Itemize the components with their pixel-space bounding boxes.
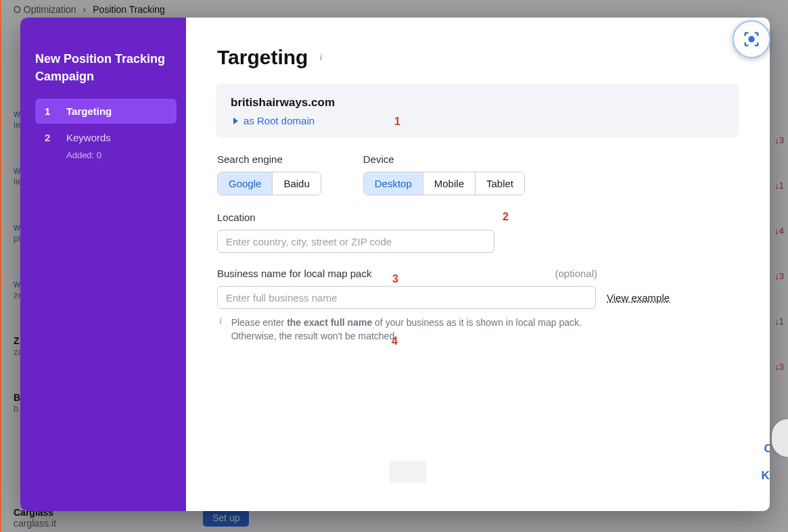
- list-item: w: [14, 165, 20, 176]
- metric: ↓1: [774, 316, 784, 327]
- domain-name: britishairways.com: [231, 96, 724, 110]
- hint-bold: the exact full name: [287, 317, 372, 328]
- device-options: Desktop Mobile Tablet: [363, 172, 525, 195]
- continue-button[interactable]: Continue To Keywords: [758, 442, 770, 483]
- metric: ↓3: [774, 271, 784, 281]
- list-item: w: [14, 222, 20, 233]
- business-hint: i Please enter the exact full name of yo…: [217, 316, 623, 343]
- list-item: w: [14, 108, 20, 119]
- step-number: 2: [45, 132, 54, 143]
- background-metrics: ↓3 ↓1 ↓4 ↓3 ↓1 ↓3: [774, 135, 784, 407]
- view-example-link[interactable]: View example: [607, 292, 670, 304]
- modal-sidebar: New Position Tracking Campaign 1 Targeti…: [20, 18, 186, 511]
- modal-content: Targeting i britishairways.com as Root d…: [186, 18, 770, 511]
- screenshot-capture-button[interactable]: [733, 20, 770, 58]
- device-mobile[interactable]: Mobile: [423, 172, 475, 195]
- step-keywords[interactable]: 2 Keywords: [35, 125, 177, 150]
- list-item: B: [14, 392, 20, 403]
- business-section: Business name for local map pack (option…: [217, 268, 739, 343]
- search-engine-options: Google Baidu: [217, 172, 321, 195]
- device-label: Device: [363, 153, 525, 165]
- device-tablet[interactable]: Tablet: [475, 172, 524, 195]
- svg-point-1: [751, 39, 752, 40]
- page-title: Targeting i: [217, 46, 739, 69]
- info-icon: i: [217, 316, 225, 343]
- business-name-input[interactable]: [217, 286, 596, 309]
- business-hint-text: Please enter the exact full name of your…: [231, 316, 623, 343]
- step-label: Targeting: [66, 105, 112, 117]
- chevron-right-icon: ›: [83, 4, 87, 15]
- list-item: pl: [14, 233, 20, 243]
- root-domain-link[interactable]: as Root domain: [231, 115, 724, 126]
- business-optional: (optional): [555, 268, 597, 279]
- step-keywords-sub: Added: 0: [35, 150, 177, 160]
- step-targeting[interactable]: 1 Targeting: [35, 99, 177, 124]
- location-label: Location: [217, 212, 739, 223]
- metric: ↓1: [774, 180, 784, 191]
- list-item: w: [14, 279, 20, 289]
- left-edge-marker: [0, 0, 1, 532]
- page-title-text: Targeting: [217, 46, 308, 69]
- domain-card: britishairways.com as Root domain: [216, 84, 739, 137]
- list-item: b: [14, 404, 18, 414]
- list-item: carglass.it: [14, 518, 56, 529]
- sidebar-title: New Position Tracking Campaign: [35, 50, 177, 85]
- location-input[interactable]: [217, 230, 494, 253]
- breadcrumb-prev: O Optimization: [14, 4, 76, 15]
- info-icon[interactable]: i: [315, 51, 327, 64]
- placeholder-box: [389, 461, 427, 483]
- search-engine-label: Search engine: [217, 153, 321, 165]
- hint-pre: Please enter: [231, 317, 287, 328]
- new-campaign-modal: New Position Tracking Campaign 1 Targeti…: [20, 18, 770, 511]
- list-item: Z: [14, 335, 20, 346]
- business-label: Business name for local map pack: [217, 268, 371, 279]
- step-number: 1: [45, 105, 54, 117]
- metric: ↓3: [774, 362, 784, 372]
- chevron-right-icon: [233, 118, 238, 124]
- setup-button[interactable]: Set up: [203, 509, 249, 527]
- device-desktop[interactable]: Desktop: [364, 172, 423, 195]
- capture-icon: [742, 30, 761, 49]
- metric: ↓3: [774, 135, 784, 145]
- annotation-marker-1: 1: [394, 116, 400, 128]
- annotation-marker-4: 4: [392, 335, 398, 347]
- breadcrumb: O Optimization › Position Tracking: [14, 4, 165, 15]
- root-domain-label: as Root domain: [244, 115, 315, 126]
- location-section: Location: [217, 212, 739, 253]
- step-label: Keywords: [66, 132, 111, 143]
- annotation-marker-3: 3: [392, 273, 398, 285]
- annotation-marker-2: 2: [503, 211, 509, 223]
- metric: ↓4: [774, 226, 784, 236]
- search-engine-google[interactable]: Google: [218, 172, 272, 195]
- search-engine-baidu[interactable]: Baidu: [272, 172, 320, 195]
- continue-label: Continue To Keywords: [758, 442, 770, 483]
- device-field: Device Desktop Mobile Tablet: [363, 153, 525, 195]
- search-engine-field: Search engine Google Baidu: [217, 153, 321, 195]
- list-item: le: [14, 120, 20, 130]
- breadcrumb-current: Position Tracking: [93, 4, 165, 15]
